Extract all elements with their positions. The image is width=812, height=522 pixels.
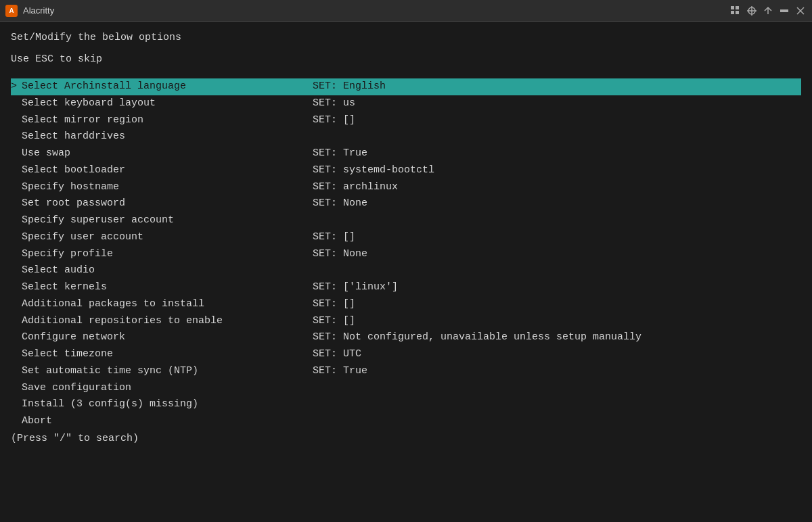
item-label: Specify user account: [22, 229, 313, 246]
item-value: SET: []: [313, 296, 355, 313]
item-label: Set root password: [22, 195, 313, 212]
item-label: Specify hostname: [22, 179, 313, 196]
menu-item[interactable]: Select harddrives: [11, 128, 801, 145]
item-value: SET: ['linux']: [313, 279, 398, 296]
item-label: Configure network: [22, 329, 313, 346]
intro-line2: Use ESC to skip: [11, 51, 801, 68]
item-value: SET: UTC: [313, 346, 361, 363]
menu-item[interactable]: Install (3 config(s) missing): [11, 396, 801, 413]
menu-item[interactable]: Set automatic time sync (NTP)SET: True: [11, 363, 801, 380]
title-bar: A Alacritty: [0, 0, 812, 22]
item-value: SET: []: [313, 112, 355, 129]
item-label: Install (3 config(s) missing): [22, 396, 313, 413]
terminal-body: Set/Modify the below options Use ESC to …: [0, 22, 812, 522]
item-label: Abort: [22, 413, 313, 430]
menu-item[interactable]: Abort: [11, 413, 801, 430]
menu-item[interactable]: Select timezoneSET: UTC: [11, 346, 801, 363]
footer-text: (Press "/" to search): [11, 433, 801, 444]
menu-item[interactable]: > Select Archinstall languageSET: Englis…: [11, 78, 801, 95]
menu-item[interactable]: Save configuration: [11, 380, 801, 397]
title-bar-controls: [729, 5, 807, 17]
arrow-icon[interactable]: [762, 5, 774, 17]
menu-item[interactable]: Specify profileSET: None: [11, 246, 801, 263]
menu-item[interactable]: Select bootloaderSET: systemd-bootctl: [11, 162, 801, 179]
title-bar-left: A Alacritty: [5, 5, 54, 17]
item-value: SET: English: [313, 78, 386, 95]
menu-item[interactable]: Specify superuser account: [11, 212, 801, 229]
item-value: SET: systemd-bootctl: [313, 162, 434, 179]
menu-item[interactable]: Select kernelsSET: ['linux']: [11, 279, 801, 296]
menu-item[interactable]: Select mirror regionSET: []: [11, 112, 801, 129]
item-label: Select audio: [22, 262, 313, 279]
item-label: Select mirror region: [22, 112, 313, 129]
item-value: SET: None: [313, 195, 367, 212]
grid-icon[interactable]: [729, 5, 742, 17]
item-label: Specify profile: [22, 246, 313, 263]
alacritty-icon: A: [5, 5, 18, 17]
window-title: Alacritty: [23, 5, 54, 16]
menu-item[interactable]: Configure networkSET: Not configured, un…: [11, 329, 801, 346]
item-value: SET: []: [313, 313, 355, 330]
item-label: Additional packages to install: [22, 296, 313, 313]
menu-item[interactable]: Select keyboard layoutSET: us: [11, 95, 801, 112]
menu-item[interactable]: Specify user accountSET: []: [11, 229, 801, 246]
menu-item[interactable]: Specify hostnameSET: archlinux: [11, 179, 801, 196]
item-label: Select timezone: [22, 346, 313, 363]
item-value: SET: True: [313, 145, 367, 162]
item-value: SET: None: [313, 246, 367, 263]
item-label: Select harddrives: [22, 128, 313, 145]
svg-rect-1: [736, 6, 739, 9]
intro-line1: Set/Modify the below options: [11, 30, 801, 46]
menu-item[interactable]: Set root passwordSET: None: [11, 195, 801, 212]
svg-rect-2: [731, 11, 734, 14]
cursor-indicator: >: [11, 78, 22, 95]
item-label: Select kernels: [22, 279, 313, 296]
item-label: Specify superuser account: [22, 212, 313, 229]
item-label: Use swap: [22, 145, 313, 162]
item-label: Save configuration: [22, 380, 313, 397]
minimize-icon[interactable]: [778, 5, 790, 17]
svg-rect-8: [780, 9, 788, 12]
svg-rect-0: [731, 6, 734, 9]
menu-item[interactable]: Select audio: [11, 262, 801, 279]
close-icon[interactable]: [794, 5, 807, 17]
crosshair-icon[interactable]: [746, 5, 758, 17]
item-value: SET: True: [313, 363, 367, 380]
svg-rect-3: [736, 11, 739, 14]
item-value: SET: Not configured, unavailable unless …: [313, 329, 641, 346]
item-value: SET: us: [313, 95, 355, 112]
menu-item[interactable]: Additional repositories to enableSET: []: [11, 313, 801, 330]
item-label: Select keyboard layout: [22, 95, 313, 112]
menu-item[interactable]: Additional packages to installSET: []: [11, 296, 801, 313]
menu-area: > Select Archinstall languageSET: Englis…: [11, 78, 801, 430]
item-label: Select bootloader: [22, 162, 313, 179]
menu-item[interactable]: Use swapSET: True: [11, 145, 801, 162]
item-value: SET: []: [313, 229, 355, 246]
item-value: SET: archlinux: [313, 179, 398, 196]
item-label: Select Archinstall language: [22, 78, 313, 95]
item-label: Additional repositories to enable: [22, 313, 313, 330]
item-label: Set automatic time sync (NTP): [22, 363, 313, 380]
